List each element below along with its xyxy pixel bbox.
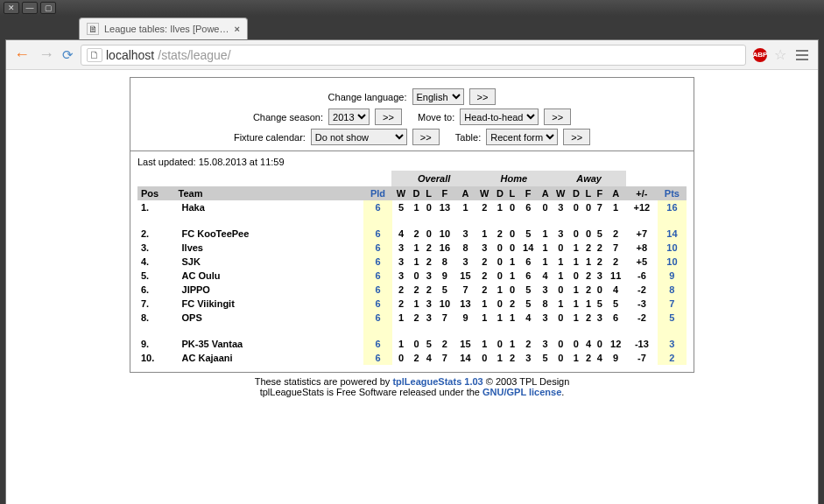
team-cell: JIPPO [179,283,364,297]
stat-cell: 2 [410,311,423,331]
pld-cell: 6 [363,283,392,297]
language-select[interactable]: English [412,88,464,105]
pts-cell: 16 [658,200,687,220]
footer-link-product[interactable]: tplLeagueStats 1.03 [392,376,482,387]
col-d: D [410,186,423,201]
stat-cell: 0 [507,200,518,220]
stat-cell: 13 [455,297,476,311]
stat-cell: 2 [507,297,518,311]
table-row: 6.JIPPO6222572105301204-28 [137,283,687,297]
table-row: 3.Ilves631216830014101227+810 [137,241,687,255]
col-pts: Pts [658,186,687,201]
browser-tab[interactable]: 🗎 League tables: Ilves [Powe… × [79,18,248,39]
menu-button[interactable] [793,46,811,64]
stat-cell: 1 [493,311,506,331]
stat-cell: 2 [423,283,434,297]
window-minimize-button[interactable]: — [22,2,38,14]
stat-cell: 1 [493,351,506,365]
season-select[interactable]: 2013 [328,108,370,125]
url-path: /stats/league/ [158,48,230,62]
stat-cell: 1 [539,241,552,255]
stat-cell: 7 [434,351,455,365]
stat-cell: 3 [518,351,539,365]
site-info-icon: 🗋 [87,48,102,62]
stat-cell: 0 [493,255,506,269]
col-d: D [569,186,582,201]
stat-cell: 7 [594,200,605,220]
adblock-icon[interactable]: ABP [753,48,767,62]
group-home: Home [475,172,552,186]
controls-panel: Change language: English >> Change seaso… [137,88,687,145]
stat-cell: 8 [539,297,552,311]
stat-cell: 3 [423,311,434,331]
stat-cell: +8 [626,241,658,255]
stat-cell: 9 [455,311,476,331]
back-button[interactable]: ← [13,46,31,64]
stat-cell: 1 [569,283,582,297]
stat-cell: 3 [392,241,410,255]
pos-cell: 7. [137,297,179,311]
stat-cell: 6 [518,269,539,283]
stat-cell: 0 [507,220,518,241]
table-select[interactable]: Recent form [486,129,558,145]
stat-cell: 0 [552,311,569,331]
fixture-calendar-go-button[interactable]: >> [412,129,440,145]
stat-cell: 0 [569,269,582,283]
stat-cell: 1 [583,297,595,311]
content-frame: Change language: English >> Change seaso… [130,77,694,373]
stat-cell: 0 [392,351,410,365]
stat-cell: 0 [539,200,552,220]
table-row: 9.PK-35 Vantaa610521510123004012-133 [137,331,687,351]
stat-cell: 2 [605,220,626,241]
table-go-button[interactable]: >> [563,129,590,145]
reload-button[interactable]: ⟳ [62,47,74,63]
window-close-button[interactable]: ✕ [4,2,19,14]
stat-cell: 0 [493,331,506,351]
pos-cell: 10. [137,351,179,365]
footer-link-license[interactable]: GNU/GPL license [482,387,561,397]
fixture-calendar-select[interactable]: Do not show [311,129,407,145]
pts-cell: 5 [658,311,687,331]
stat-cell: 1 [507,255,518,269]
move-to-go-button[interactable]: >> [544,108,571,125]
stat-cell: 5 [434,283,455,297]
stat-cell: 1 [583,255,595,269]
stat-cell: 5 [518,220,539,241]
bookmark-star-icon[interactable]: ☆ [774,46,786,63]
stat-cell: 0 [552,283,569,297]
stat-cell: 3 [594,269,605,283]
season-go-button[interactable]: >> [375,108,402,125]
stat-cell: 0 [423,220,434,241]
address-bar[interactable]: 🗋 localhost/stats/league/ [81,45,746,66]
pld-cell: 6 [363,269,392,283]
stat-cell: 1 [552,269,569,283]
pos-cell: 8. [137,311,179,331]
stat-cell: 14 [518,241,539,255]
col-pm: +/- [626,186,658,201]
pos-cell: 5. [137,269,179,283]
pts-cell: 10 [658,255,687,269]
stat-cell: 2 [594,241,605,255]
stat-cell: 1 [507,331,518,351]
pts-cell: 14 [658,220,687,241]
forward-button[interactable]: → [38,46,55,64]
tab-close-button[interactable]: × [234,24,239,34]
stat-cell: 6 [518,200,539,220]
stat-cell: 2 [583,241,595,255]
stat-cell: -7 [626,351,658,365]
stat-cell: 2 [410,220,423,241]
stat-cell: 0 [569,331,582,351]
language-go-button[interactable]: >> [469,88,497,105]
window-title-bar: ✕ — ▢ [0,0,824,16]
stat-cell: 2 [583,311,595,331]
team-cell: OPS [179,311,364,331]
pos-cell: 3. [137,241,179,255]
team-cell: AC Oulu [179,269,364,283]
stat-cell: 6 [605,311,626,331]
footer: These statistics are powered by tplLeagu… [130,376,694,397]
window-maximize-button[interactable]: ▢ [40,2,56,14]
stat-cell: 3 [455,220,476,241]
team-cell: FC KooTeePee [179,220,364,241]
move-to-select[interactable]: Head-to-head [460,108,539,125]
stat-cell: 2 [475,269,493,283]
